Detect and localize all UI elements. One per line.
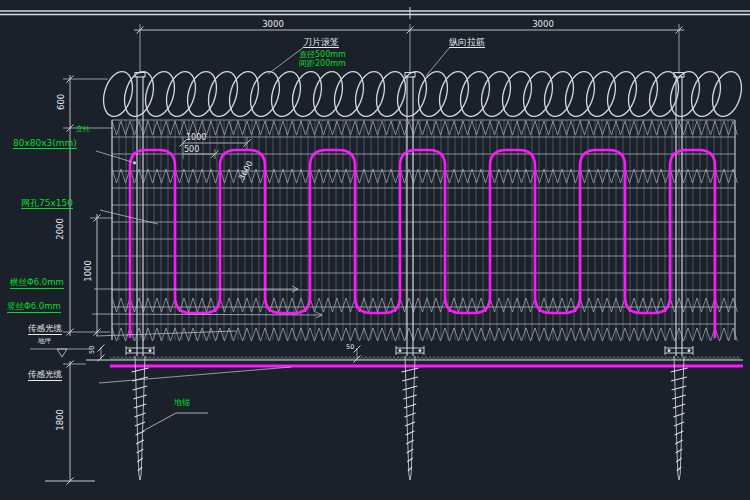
dim-inner-height: 1000 — [84, 251, 94, 291]
cad-drawing-canvas: 3000 3000 刀片滚笼 直径500mm 间距200mm 纵向拉筋 立柱 8… — [0, 0, 750, 500]
sheet-border — [0, 7, 750, 19]
razor-coil — [99, 68, 747, 120]
ground-anchor-label: 地锚 — [174, 398, 190, 407]
top-dimension-chain — [134, 24, 684, 74]
ground-level-label: 地坪 — [38, 338, 51, 345]
fence-posts — [126, 73, 693, 357]
top-dimension-span1: 3000 — [240, 20, 306, 30]
post-spec-label: 80x80x3(mm) — [13, 138, 77, 149]
vertical-wire-label: 竖丝Φ6.0mm — [7, 302, 61, 313]
dim-half-pitch: 500 — [184, 145, 199, 154]
dim-wave-pitch: 1000 — [186, 133, 206, 142]
top-dimension-span2: 3000 — [510, 20, 576, 30]
fence-elevation-linework — [0, 0, 750, 500]
sensor-cable-serpentine — [130, 150, 715, 338]
dim-cable-offset-mid: 50 — [346, 344, 354, 351]
mesh-spec-label: 网孔75x150 — [21, 198, 73, 209]
longitudinal-tie-label: 纵向拉筋 — [449, 37, 485, 48]
dim-anchor-depth: 1800 — [56, 400, 66, 440]
mesh-panel — [112, 120, 738, 341]
razor-coil-label: 刀片滚笼 — [303, 37, 339, 48]
sensor-cable-bottom-label: 传感光缆 — [28, 370, 62, 381]
dim-panel-height: 2000 — [56, 209, 66, 249]
razor-coil-diameter-spec: 直径500mm — [299, 50, 346, 59]
dim-cable-offset-left: 50 — [89, 341, 96, 359]
razor-coil-spacing-spec: 间距200mm — [299, 59, 346, 68]
sensor-cable-top-label: 传感光缆 — [28, 324, 62, 335]
post-label: 立柱 — [76, 125, 90, 133]
dim-coil-height: 600 — [57, 82, 67, 122]
screw-anchors — [132, 356, 688, 480]
horizontal-wire-label: 横丝Φ6.0mm — [10, 278, 64, 289]
